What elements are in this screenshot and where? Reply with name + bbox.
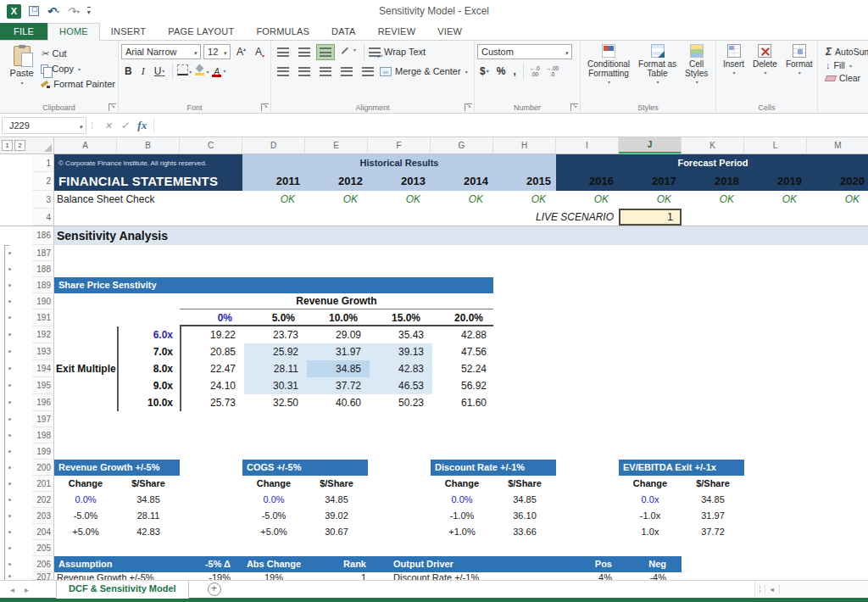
grow-font-button[interactable] (233, 46, 249, 58)
mini-table-cell[interactable]: 34.85 (117, 492, 180, 508)
horizontal-scrollbar[interactable] (754, 581, 868, 598)
check-cell[interactable]: OK (493, 191, 556, 209)
format-as-table-button[interactable]: Format as Table (634, 42, 681, 102)
year-cell[interactable]: 2012 (305, 172, 368, 191)
row-header[interactable]: 194 (32, 360, 54, 377)
mini-table-header[interactable]: $/Share (682, 476, 744, 492)
row-header[interactable]: 193 (32, 343, 54, 360)
row-header[interactable]: 186 (32, 226, 54, 245)
row-header[interactable]: 187 (32, 245, 54, 261)
row-header[interactable]: 191 (32, 309, 54, 326)
assumption-header-cell[interactable]: Pos (556, 556, 619, 572)
matrix-cell[interactable]: 28.11 (244, 360, 307, 377)
wrap-text-button[interactable]: Wrap Text (369, 45, 426, 59)
matrix-cell[interactable]: 25.92 (244, 343, 307, 360)
mini-table-cell[interactable]: 39.02 (305, 508, 368, 524)
mini-table-banner[interactable]: Revenue Growth +/-5% (54, 460, 180, 476)
column-header-d[interactable]: D (242, 137, 305, 153)
mini-table-cell[interactable]: 42.83 (117, 524, 180, 540)
matrix-cell[interactable]: 40.60 (307, 394, 370, 411)
paste-button[interactable]: Paste (3, 42, 41, 102)
cell-styles-button[interactable]: Cell Styles (681, 42, 712, 102)
matrix-row-label[interactable]: 7.0x (117, 343, 180, 360)
redo-button[interactable] (67, 5, 80, 18)
row-header[interactable]: 3 (32, 191, 54, 209)
column-header-f[interactable]: F (368, 137, 431, 153)
column-header-c[interactable]: C (180, 137, 242, 153)
comma-format-button[interactable]: , (510, 65, 518, 77)
row-header[interactable]: 196 (32, 394, 54, 411)
year-cell[interactable]: 2011 (242, 172, 305, 191)
tab-review[interactable]: REVIEW (367, 24, 427, 40)
check-cell[interactable]: OK (431, 191, 493, 209)
font-dialog-launcher[interactable] (261, 103, 269, 111)
assumption-header-cell[interactable]: Neg (619, 556, 682, 572)
font-family-select[interactable]: Arial Narrow (121, 44, 201, 59)
mini-table-cell[interactable]: -1.0% (431, 508, 493, 524)
row-header[interactable]: 4 (32, 209, 54, 226)
mini-table-cell[interactable]: -1.0x (619, 508, 682, 524)
mini-table-header[interactable]: Change (54, 476, 117, 492)
save-button[interactable] (29, 6, 39, 16)
clear-button[interactable]: Clear (826, 73, 868, 83)
matrix-cell[interactable]: 32.50 (244, 394, 307, 411)
copy-button[interactable]: Copy (41, 62, 115, 75)
column-header-j-selected[interactable]: J (619, 137, 682, 153)
undo-button[interactable] (47, 5, 59, 18)
check-cell[interactable]: OK (556, 191, 619, 209)
matrix-cell[interactable]: 30.31 (244, 377, 307, 394)
matrix-cell[interactable]: 19.22 (181, 326, 244, 343)
matrix-col-header[interactable]: 10.0% (305, 309, 368, 325)
year-cell[interactable]: 2019 (744, 172, 807, 191)
column-header-g[interactable]: G (431, 137, 493, 153)
check-cell[interactable]: OK (368, 191, 431, 209)
assumption-cell[interactable]: -4% (619, 572, 682, 580)
matrix-col-header[interactable]: 20.0% (431, 309, 493, 325)
mini-table-cell[interactable]: +5.0% (242, 524, 305, 540)
row-header[interactable]: 197 (32, 411, 54, 427)
section-title-sensitivity-analysis[interactable]: Sensitivity Analysis (54, 226, 868, 245)
row-header[interactable]: 195 (32, 377, 54, 394)
tab-home[interactable]: HOME (47, 23, 100, 41)
cell-live-scenario-input[interactable]: 1 (619, 209, 682, 226)
format-cells-button[interactable]: Format (782, 42, 817, 102)
outline-level-2-button[interactable]: 2 (14, 140, 25, 151)
assumption-cell[interactable]: Revenue Growth +/-5% (54, 572, 180, 580)
row-header[interactable]: 206 (32, 556, 54, 572)
tab-splitter-icon[interactable] (755, 583, 765, 595)
row-header[interactable]: 189 (32, 277, 54, 293)
row-header[interactable]: 201 (32, 476, 54, 492)
assumption-cell[interactable]: 19% (242, 572, 305, 580)
cancel-icon[interactable] (104, 120, 112, 131)
italic-button[interactable]: I (138, 65, 148, 78)
cell-balance-sheet-check[interactable]: Balance Sheet Check (54, 191, 242, 209)
check-cell[interactable]: OK (807, 191, 868, 209)
mini-table-cell[interactable]: -5.0% (242, 508, 305, 524)
check-cell[interactable]: OK (744, 191, 807, 209)
year-cell[interactable]: 2014 (431, 172, 493, 191)
matrix-cell[interactable]: 50.23 (370, 394, 432, 411)
enter-icon[interactable] (120, 120, 129, 131)
merge-center-button[interactable]: Merge & Center (380, 64, 468, 78)
check-cell[interactable]: OK (305, 191, 368, 209)
matrix-row-label[interactable]: 9.0x (117, 377, 180, 394)
column-header-k[interactable]: K (682, 137, 744, 153)
column-header-a[interactable]: A (54, 137, 117, 153)
mini-table-banner[interactable]: EV/EBITDA Exit +/-1x (619, 460, 744, 476)
cell-live-scenario-label[interactable]: LIVE SCENARIO (54, 209, 619, 226)
mini-table-header[interactable]: $/Share (117, 476, 180, 492)
matrix-cell[interactable]: 20.85 (181, 343, 244, 360)
column-header-m[interactable]: M (807, 137, 868, 153)
year-cell[interactable]: 2016 (556, 172, 619, 191)
mini-table-cell[interactable]: 34.85 (305, 492, 368, 508)
assumption-cell[interactable]: -19% (180, 572, 242, 580)
row-header[interactable]: 204 (32, 524, 54, 540)
assumption-cell[interactable]: 4% (556, 572, 619, 580)
row-header[interactable]: 200 (32, 460, 54, 476)
cell-copyright[interactable]: © Corporate Finance Institute. All right… (54, 154, 242, 172)
matrix-cell[interactable]: 23.73 (244, 326, 307, 343)
mini-table-cell[interactable]: 0.0x (619, 492, 682, 508)
share-price-sensitivity-banner[interactable]: Share Price Senstivity (54, 277, 493, 293)
mini-table-header[interactable]: Change (619, 476, 682, 492)
matrix-cell[interactable]: 61.60 (432, 394, 493, 411)
